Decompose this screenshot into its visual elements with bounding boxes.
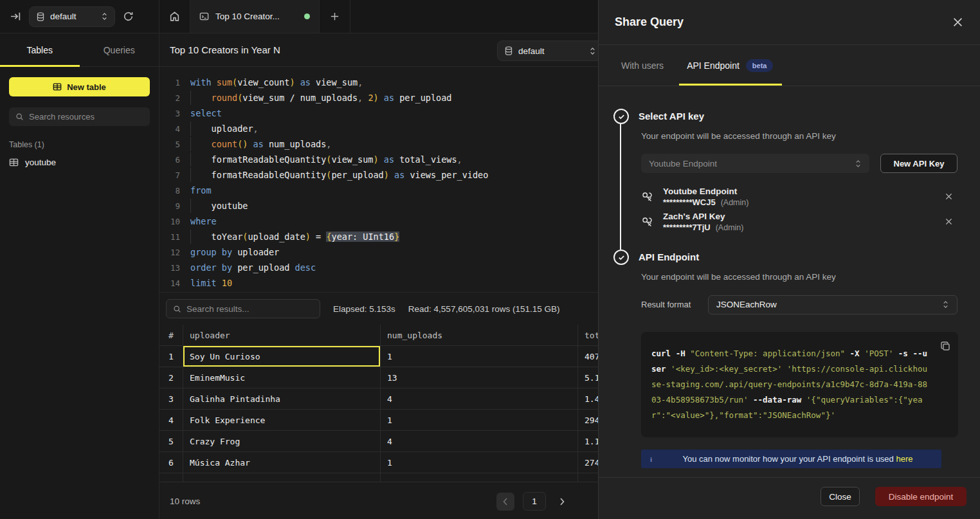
remove-key-icon[interactable] [945,193,952,200]
code-line[interactable]: 3select [159,105,598,121]
banner-here-link[interactable]: here [896,454,912,464]
cell-total-views[interactable]: 1.4 [578,388,598,409]
disable-endpoint-button[interactable]: Disable endpoint [875,487,966,506]
close-icon[interactable] [953,17,963,27]
code-line[interactable]: 1with sum(view_count) as view_sum, [159,75,598,90]
code-token: view_count [237,77,289,87]
api-key-item[interactable]: Youtube Endpoint*********WCJ5(Admin) [641,184,957,209]
line-number: 10 [159,217,180,226]
previous-page-button[interactable] [496,493,514,511]
tab-with-users[interactable]: With users [621,45,664,86]
cell-num-uploads[interactable]: 1 [381,410,578,430]
code-line[interactable]: 2 round(view_sum / num_uploads, 2) as pe… [159,90,598,105]
database-selector[interactable]: default [29,6,115,27]
api-key-item[interactable]: Zach's API Key*********7TjU(Admin) [641,209,957,234]
cell-num-uploads[interactable]: 13 [381,367,578,388]
line-number: 7 [159,170,180,180]
table-grid-icon [9,158,19,167]
result-format-select[interactable]: JSONEachRow [708,295,957,314]
code-line[interactable]: 9 youtube [159,198,598,214]
beta-badge: beta [746,59,774,72]
cell-uploader[interactable]: EminemMusic [183,367,381,388]
code-token: , [457,154,462,165]
line-number: 11 [159,232,180,242]
cell-uploader[interactable]: Música Azhar [183,452,381,473]
cell-num-uploads[interactable]: 1 [381,452,578,473]
result-format-label: Result format [641,300,691,309]
cell-total-views[interactable]: 407 [578,346,598,367]
curl-token: "Content-Type: application/json" [690,349,845,358]
cell-num-uploads[interactable]: 4 [381,388,578,409]
collapse-sidebar-icon[interactable] [10,11,21,22]
next-page-button[interactable] [554,493,570,511]
remove-key-icon[interactable] [945,218,952,225]
close-button[interactable]: Close [821,487,860,506]
api-keys-list: Youtube Endpoint*********WCJ5(Admin)Zach… [641,184,957,234]
cell-uploader[interactable]: Folk Experience [183,410,381,430]
search-results-placeholder: Search results... [186,304,250,314]
search-results-input[interactable]: Search results... [166,299,320,318]
code-line[interactable]: 11 toYear(upload_date) = {year: UInt16} [159,229,598,244]
code-token: ( [232,77,237,87]
row-number: 2 [159,367,183,388]
code-line[interactable]: 13order by per_upload desc [159,260,598,275]
api-key-name: Youtube Endpoint [663,186,749,197]
code-line[interactable]: 8from [159,183,598,198]
code-token: ) [384,170,389,180]
line-number: 4 [159,124,180,134]
api-key-details: *********7TjU(Admin) [663,223,743,233]
code-token [190,93,212,103]
api-key-name: Zach's API Key [663,211,743,223]
code-token: () [237,139,248,149]
query-tab[interactable]: Top 10 Creator... [190,0,320,33]
column-header[interactable]: tot [578,325,598,345]
cell-num-uploads[interactable]: 1 [381,346,578,367]
api-key-masked: *********7TjU [663,223,711,233]
column-header[interactable]: num_uploads [381,325,578,345]
cell-total-views[interactable]: 274 [578,452,598,473]
search-icon [15,113,24,121]
query-database-selector[interactable]: default [497,41,598,61]
tab-tables[interactable]: Tables [0,33,80,66]
sidebar-item-youtube[interactable]: youtube [9,158,150,167]
api-key-role: (Admin) [721,197,749,208]
api-endpoint-title: API Endpoint [639,251,699,262]
cell-uploader[interactable]: Crazy Frog [183,431,381,451]
column-header[interactable]: # [159,325,183,345]
new-api-key-button[interactable]: New API Key [880,154,957,173]
cell-total-views[interactable]: 294 [578,410,598,430]
home-button[interactable] [159,0,190,33]
panel-footer-divider [599,477,980,478]
api-key-meta: Zach's API Key*********7TjU(Admin) [663,211,743,233]
code-token: youtube [212,201,248,211]
new-tab-button[interactable] [320,0,350,33]
code-token: uploader [237,247,279,257]
code-token: ) [374,93,379,103]
line-number: 14 [159,278,180,288]
code-line[interactable]: 14limit 10 [159,275,598,291]
code-line[interactable]: 10where [159,214,598,229]
current-page-indicator[interactable]: 1 [523,492,546,511]
cell-uploader[interactable]: Galinha Pintadinha [183,388,381,409]
search-resources-input[interactable]: Search resources [9,107,150,126]
tab-api-endpoint[interactable]: API Endpoint beta [679,45,782,86]
code-line[interactable]: 6 formatReadableQuantity(view_sum) as to… [159,152,598,167]
select-api-key-subtitle: Your endpoint will be accessed through a… [641,131,836,141]
chevron-updown-icon [855,159,862,168]
cell-uploader[interactable]: Soy Un Curioso [183,346,381,367]
copy-icon[interactable] [940,341,950,351]
cell-total-views[interactable]: 5.1 [578,367,598,388]
refresh-icon[interactable] [123,11,134,22]
tab-queries[interactable]: Queries [80,33,159,66]
cell-num-uploads[interactable]: 4 [381,431,578,451]
code-token: toYear [212,232,243,242]
cell-total-views[interactable]: 1.1 [578,431,598,451]
new-table-button[interactable]: New table [9,77,150,96]
code-line[interactable]: 4 uploader, [159,121,598,136]
code-line[interactable]: 7 formatReadableQuantity(per_upload) as … [159,167,598,183]
code-line[interactable]: 12group by uploader [159,244,598,260]
code-line[interactable]: 5 count() as num_uploads, [159,136,598,152]
api-key-select[interactable]: Youtube Endpoint [641,154,869,173]
column-header[interactable]: uploader [183,325,381,345]
sql-editor[interactable]: 1with sum(view_count) as view_sum,2 roun… [159,67,598,293]
